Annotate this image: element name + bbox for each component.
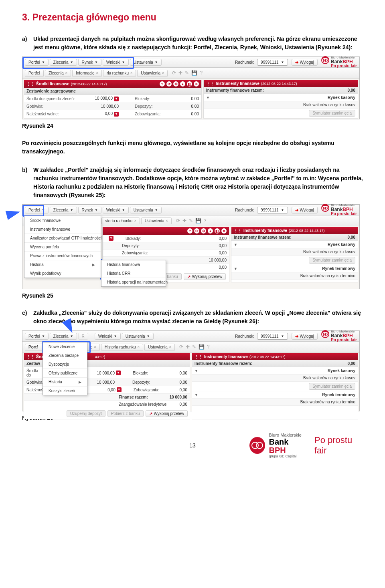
figure-26: Portfel▼ Zlecenia▼ R Wnioski▼ Ustawienia… [22, 330, 360, 411]
menu-wnioski[interactable]: Wnioski▼ [103, 59, 129, 66]
dd-instrumenty[interactable]: Instrumenty finansowe [24, 225, 101, 234]
logout-button[interactable]: ➔Wyloguj [292, 59, 318, 66]
menu-rynek[interactable]: R [78, 333, 88, 340]
symulator-button[interactable]: Symulator zamknięcia [309, 383, 355, 390]
account-selector[interactable]: 99991111▼ [257, 59, 288, 66]
transfer-button[interactable]: ↗Wykonaj przelew [184, 273, 226, 280]
help-icon[interactable]: ? [200, 70, 203, 76]
value-depozyty: 0,00 [171, 104, 199, 109]
close-icon[interactable]: × [130, 71, 132, 75]
value-gotowka: 10 000,00 [101, 104, 119, 109]
tab-ustawienia[interactable]: Ustawienia× [144, 344, 175, 350]
dd-historia[interactable]: Historia▶ [24, 260, 101, 269]
symulator-button[interactable]: Symulator zamknięcia [309, 110, 355, 117]
dd-oferty[interactable]: Oferty publiczne [43, 369, 87, 378]
pin-icon[interactable]: ◧ [187, 81, 192, 87]
symulator-button[interactable]: Symulator zamknięcia [309, 257, 355, 264]
chevron-down-icon: ▼ [281, 60, 284, 64]
chevron-right-icon: ▶ [92, 263, 95, 267]
dd-analizator[interactable]: Analizator zobowiązań OTP i należności [24, 234, 101, 243]
item-text-c: Zakładka „Zlecenia" służy do dokonywania… [33, 309, 363, 326]
menu-ustawienia[interactable]: Ustawienia▼ [130, 59, 162, 66]
menu-ustawienia[interactable]: Ustawienia▼ [130, 207, 162, 213]
menu-zlecenia[interactable]: Zlecenia▼ [50, 333, 77, 340]
dd-dyspozycje[interactable]: Dyspozycje [43, 360, 87, 369]
dd-zlecenia-biezace[interactable]: Zlecenia bieżące [43, 351, 87, 360]
chevron-down-icon: ▼ [155, 60, 158, 64]
tab-portfel[interactable]: Portfel [25, 70, 44, 77]
transfer-button[interactable]: ↗Wykonaj przelew [146, 410, 188, 417]
dd-wycena[interactable]: Wycena portfela [24, 243, 101, 252]
help-icon[interactable]: ? [160, 81, 165, 87]
dd-historia[interactable]: Historia▶ [43, 378, 87, 387]
account-label: Rachunek: [235, 60, 254, 64]
label-naleznosci: Należności wolne: [26, 112, 87, 116]
grip-icon[interactable]: ⋮⋮ [206, 81, 214, 86]
paragraph-a: a) Układ prezentacji danych na pulpitach… [22, 35, 363, 52]
menu-portfel[interactable]: Portfel▼ [25, 207, 49, 213]
menu-zlecenia[interactable]: Zlecenia▼ [50, 207, 77, 213]
dd-prawa[interactable]: Prawa z instrumentów finansowych [24, 252, 101, 260]
dd-historia-crr[interactable]: Historia CRR [101, 269, 166, 278]
tab-informacje[interactable]: Informacje× [72, 70, 102, 77]
dd-historia-finansowa[interactable]: Historia finansowa [101, 260, 166, 269]
menu-rynek[interactable]: Rynek▼ [78, 207, 101, 213]
logout-button[interactable]: ➔Wyloguj [292, 207, 318, 213]
dd-koszyki[interactable]: Koszyki zleceń [43, 387, 87, 395]
menu-zlecenia[interactable]: Zlecenia▼ [50, 59, 77, 66]
label-rynek-terminowy: Rynek terminowy [322, 266, 355, 271]
menu-portfel[interactable]: Portfel▼ [25, 59, 49, 66]
pencil-icon[interactable]: ✎ [185, 70, 189, 76]
text-after-24: Po rozwinięciu poszczególnych funkcji me… [22, 139, 363, 156]
page-footer: 13 Biuro Maklerskie Bank BPH grupa GE Ca… [22, 433, 363, 458]
expand-icon[interactable]: ▼ [114, 112, 119, 117]
tab-zlecenia[interactable]: Zlecenia× [45, 70, 71, 77]
tab-ustawienia[interactable]: Ustawienia× [137, 70, 168, 77]
panel-instrumenty: ⋮⋮Instrumenty finansowe(2012-08-22 14:43… [203, 80, 358, 119]
dd-nowe-zlecenie[interactable]: Nowe zlecenie [43, 342, 87, 351]
dd-wynik[interactable]: Wynik podatkowy [24, 269, 101, 278]
tab-historia[interactable]: Historia rachunku× [101, 344, 143, 350]
refresh-icon[interactable]: ⟳ [166, 81, 172, 87]
msg-brak-terminowy: Brak walorów na rynku termino [300, 274, 355, 278]
close-icon[interactable]: × [65, 71, 67, 75]
item-letter-a: a) [22, 35, 33, 52]
deposit-button[interactable]: Uzupełnij depozyt [67, 410, 105, 417]
close-icon[interactable]: × [162, 71, 164, 75]
bank-button[interactable]: Pobierz z banku [107, 410, 144, 417]
tab-historia[interactable]: storia rachunku× [101, 217, 140, 224]
item-letter-c: c) [22, 309, 33, 326]
chevron-down-icon[interactable]: ▼ [206, 96, 210, 100]
tab-portfel[interactable]: Portf [25, 344, 44, 350]
logout-button[interactable]: ➔Wyloguj [292, 333, 318, 340]
up-icon[interactable]: ▲ [180, 81, 185, 87]
label-gotowka: Gotówka: [26, 104, 87, 109]
label-zobowiazania: Zobowiązania: [119, 112, 171, 116]
config-icon[interactable]: ⚙ [173, 81, 178, 87]
dd-srodki[interactable]: Środki finansowe [24, 216, 101, 225]
footer-slogan: Po prostu fair [314, 435, 363, 456]
menu-rynek[interactable]: Rynek▼ [78, 59, 101, 66]
grip-icon[interactable]: ⋮⋮ [26, 82, 34, 86]
menu-portfel[interactable]: Portfel▼ [25, 333, 49, 340]
tab-historia[interactable]: ria rachunku× [103, 70, 136, 77]
close-icon[interactable]: ✕ [194, 81, 199, 87]
close-icon[interactable]: × [96, 71, 98, 75]
menu-wnioski[interactable]: Wnioski▼ [95, 333, 121, 340]
dd-historia-operacji[interactable]: Historia operacji na instrumentach [101, 278, 166, 286]
account-selector[interactable]: 99991111▼ [257, 207, 288, 213]
menu-wnioski[interactable]: Wnioski▼ [103, 207, 129, 213]
account-selector[interactable]: 99991111▼ [257, 333, 288, 340]
dropdown-historia-sub: Historia finansowa Historia CRR Historia… [101, 260, 166, 287]
item-text-a: Układ prezentacji danych na pulpitach mo… [33, 35, 363, 52]
value-kredyt: 0,00 [175, 402, 187, 407]
refresh-icon[interactable]: ⟳ [172, 70, 176, 76]
item-text-b: W zakładce „Portfel" znajdują się inform… [33, 166, 363, 199]
save-icon[interactable]: 💾 [191, 70, 197, 76]
menu-ustawienia[interactable]: Ustawienia▼ [122, 333, 154, 340]
tab-ustawienia[interactable]: Ustawienia× [141, 217, 172, 224]
value-blokady: 0,00 [171, 97, 199, 101]
tab-informacje[interactable]: e× [87, 344, 100, 350]
plus-icon[interactable]: ✚ [178, 70, 182, 76]
expand-icon[interactable]: ▼ [114, 97, 119, 101]
